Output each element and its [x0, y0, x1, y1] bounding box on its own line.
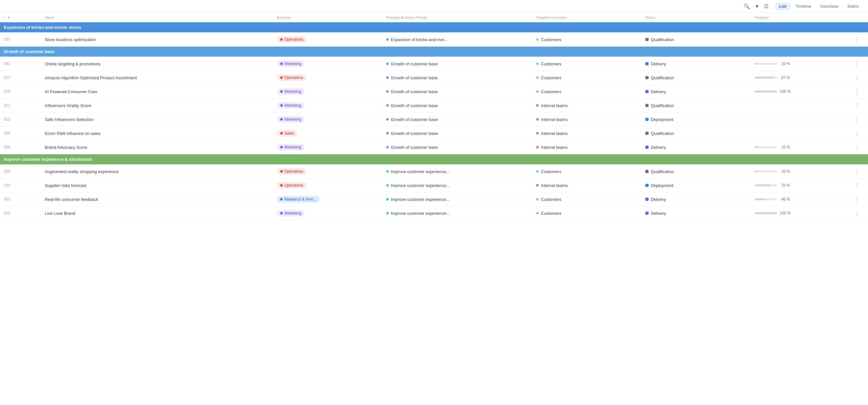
row-actions-button[interactable]: ⋮: [850, 74, 864, 81]
sbp-dot: [386, 146, 389, 148]
tab-swimlane[interactable]: Swimlane: [816, 3, 842, 10]
target-dot: [536, 184, 539, 186]
status-label: Delivery: [651, 211, 666, 216]
status-dot: [645, 76, 649, 79]
cell-sbp: Improve customer experience...: [382, 179, 533, 193]
target-label: Customers: [541, 76, 561, 80]
row-actions-button[interactable]: ⋮: [850, 196, 864, 203]
cell-actions: ⋮: [846, 71, 868, 85]
cell-targeted: Customers: [532, 85, 642, 99]
progress-bar-bg: [754, 77, 777, 79]
cell-business: Marketing: [273, 85, 382, 99]
sbp-cell: Improve customer experience...: [386, 169, 529, 174]
target-dot: [536, 104, 539, 107]
tab-matrix[interactable]: Matrix: [844, 3, 863, 10]
cell-business: Marketing: [273, 140, 382, 154]
cell-actions: ⋮: [846, 179, 868, 193]
target-cell: Internal teams: [536, 103, 638, 108]
progress-label: 10 %: [780, 61, 790, 66]
business-tag[interactable]: Operations: [277, 36, 307, 43]
cell-id: 016: [0, 85, 41, 99]
cell-actions: ⋮: [846, 113, 868, 126]
row-actions-button[interactable]: ⋮: [850, 36, 864, 43]
row-actions-button[interactable]: ⋮: [850, 182, 864, 189]
sbp-cell: Improve customer experience...: [386, 211, 529, 216]
business-tag[interactable]: Marketing: [277, 210, 305, 216]
business-tag[interactable]: Marketing: [277, 88, 305, 95]
col-header-targeted[interactable]: Targeted end users: [532, 13, 642, 22]
target-dot: [536, 76, 539, 79]
status-label: Delivery: [651, 61, 666, 66]
business-tag[interactable]: Marketing: [277, 116, 305, 123]
row-actions-button[interactable]: ⋮: [850, 102, 864, 109]
sbp-cell: Growth of customer base: [386, 103, 529, 108]
sbp-label: Growth of customer base: [391, 61, 438, 66]
cell-actions: ⋮: [846, 126, 868, 140]
col-header-sbp[interactable]: Strategic Business Priority: [382, 13, 533, 22]
cell-id: 011: [0, 99, 41, 113]
progress-bar-fill: [754, 63, 757, 65]
target-label: Internal teams: [541, 103, 567, 108]
row-actions-button[interactable]: ⋮: [850, 88, 864, 95]
business-tag[interactable]: Operations: [277, 75, 307, 81]
col-header-id[interactable]: I. ▼: [0, 13, 41, 22]
progress-cell: 70 %: [754, 183, 842, 187]
cell-name: Influencers Virality Score: [41, 99, 273, 113]
sbp-label: Improve customer experience...: [391, 169, 450, 174]
filter-icon[interactable]: ▼: [754, 4, 760, 9]
col-header-business[interactable]: Business: [273, 13, 382, 22]
business-tag[interactable]: Operations: [277, 182, 307, 189]
cell-name: AI Powered Consumer Care: [41, 85, 273, 99]
col-header-progress[interactable]: Progress: [751, 13, 846, 22]
cell-id: 010: [0, 113, 41, 126]
tab-list[interactable]: List: [775, 3, 790, 10]
business-tag[interactable]: Marketing: [277, 60, 305, 67]
target-dot: [536, 212, 539, 214]
status-cell: Qualification: [645, 76, 747, 80]
search-icon[interactable]: 🔍: [744, 3, 750, 9]
target-dot: [536, 170, 539, 173]
cell-actions: ⋮: [846, 140, 868, 154]
business-tag-dot: [280, 170, 283, 173]
business-tag-dot: [280, 132, 283, 135]
row-actions-button[interactable]: ⋮: [850, 116, 864, 123]
row-actions-button[interactable]: ⋮: [850, 144, 864, 151]
cell-actions: ⋮: [846, 206, 868, 220]
progress-bar-fill: [754, 91, 777, 92]
sbp-cell: Improve customer experience...: [386, 197, 529, 202]
row-actions-button[interactable]: ⋮: [850, 168, 864, 175]
cell-id: 037: [0, 33, 41, 47]
business-tag[interactable]: Sales: [277, 130, 297, 137]
status-cell: Deployment: [645, 117, 747, 122]
row-actions-button[interactable]: ⋮: [850, 210, 864, 217]
target-cell: Internal teams: [536, 117, 638, 122]
row-actions-button[interactable]: ⋮: [850, 130, 864, 137]
cell-progress: 87 %: [751, 71, 846, 85]
status-cell: Deployment: [645, 183, 747, 188]
sbp-dot: [386, 170, 389, 173]
settings-icon[interactable]: ☰: [764, 3, 769, 9]
progress-cell: 87 %: [754, 76, 842, 80]
progress-cell: 10 %: [754, 169, 842, 174]
cell-status: Deployment: [642, 179, 751, 193]
progress-bar-fill: [754, 77, 774, 79]
cell-status: Deployment: [642, 113, 751, 126]
cell-status: Delivery: [642, 206, 751, 220]
cell-sbp: Growth of customer base: [382, 113, 533, 126]
tab-timeline[interactable]: Timeline: [792, 3, 815, 10]
business-tag-dot: [280, 184, 283, 186]
table-row: 037 Store locations optimization Operati…: [0, 33, 868, 47]
progress-bar-fill: [754, 198, 765, 200]
col-header-status[interactable]: Status: [642, 13, 751, 22]
table-row: 041 Online targeting & promotions Market…: [0, 57, 868, 71]
business-tag[interactable]: Research & Inno...: [277, 196, 319, 202]
business-tag[interactable]: Marketing: [277, 102, 305, 109]
business-tag[interactable]: Operations: [277, 168, 307, 175]
target-label: Customers: [541, 61, 561, 66]
col-header-name[interactable]: Name: [41, 13, 273, 22]
business-tag[interactable]: Marketing: [277, 144, 305, 150]
table-row: 010 Safe Influencers Selection Marketing…: [0, 113, 868, 126]
cell-progress: 46 %: [751, 193, 846, 206]
row-actions-button[interactable]: ⋮: [850, 60, 864, 67]
cell-actions: ⋮: [846, 193, 868, 206]
